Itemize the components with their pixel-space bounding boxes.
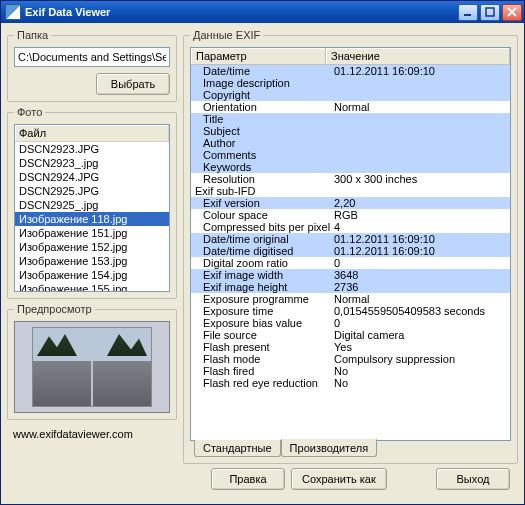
list-item[interactable]: DSCN2925.JPG <box>15 184 169 198</box>
exif-value-cell <box>331 77 510 89</box>
preview-legend: Предпросмотр <box>14 303 95 315</box>
exif-table-header[interactable]: Параметр Значение <box>191 48 510 65</box>
exif-row[interactable]: Keywords <box>191 161 510 173</box>
exif-param-cell: Flash red eye reduction <box>191 377 331 389</box>
exif-row[interactable]: Date/time digitised01.12.2011 16:09:10 <box>191 245 510 257</box>
exif-param-cell: Exposure bias value <box>191 317 331 329</box>
exif-row[interactable]: Colour spaceRGB <box>191 209 510 221</box>
maximize-button[interactable] <box>480 4 500 21</box>
exif-row[interactable]: Date/time01.12.2011 16:09:10 <box>191 65 510 77</box>
exif-param-cell: Colour space <box>191 209 331 221</box>
exif-value-cell: 4 <box>331 221 510 233</box>
exif-row[interactable]: Compressed bits per pixel4 <box>191 221 510 233</box>
tab-standard[interactable]: Стандартные <box>194 440 281 457</box>
exif-param-cell: Date/time <box>191 65 331 77</box>
exif-col-param[interactable]: Параметр <box>191 48 326 64</box>
minimize-button[interactable] <box>458 4 478 21</box>
exit-button[interactable]: Выход <box>436 468 510 490</box>
exif-value-cell: 01.12.2011 16:09:10 <box>331 65 510 77</box>
exif-param-cell: Resolution <box>191 173 331 185</box>
list-item[interactable]: Изображение 155.jpg <box>15 282 169 292</box>
exif-param-cell: Exif image width <box>191 269 331 281</box>
list-item[interactable]: Изображение 153.jpg <box>15 254 169 268</box>
exif-row[interactable]: Exif image height2736 <box>191 281 510 293</box>
exif-row[interactable]: Comments <box>191 149 510 161</box>
file-list-header[interactable]: Файл <box>15 125 169 142</box>
exif-row[interactable]: Copyright <box>191 89 510 101</box>
exif-param-cell: Date/time original <box>191 233 331 245</box>
exif-param-cell: Flash present <box>191 341 331 353</box>
exif-row[interactable]: Image description <box>191 77 510 89</box>
exif-group-row[interactable]: Exif sub-IFD <box>191 185 510 197</box>
exif-row[interactable]: OrientationNormal <box>191 101 510 113</box>
exif-param-cell: Copyright <box>191 89 331 101</box>
photo-group: Фото Файл DSCN2923.JPGDSCN2923_.jpgDSCN2… <box>7 106 177 299</box>
photo-legend: Фото <box>14 106 45 118</box>
close-button[interactable] <box>502 4 522 21</box>
exif-value-cell <box>331 125 510 137</box>
exif-row[interactable]: Digital zoom ratio0 <box>191 257 510 269</box>
exif-row[interactable]: Exposure programmeNormal <box>191 293 510 305</box>
exif-value-cell: 01.12.2011 16:09:10 <box>331 245 510 257</box>
exif-col-value[interactable]: Значение <box>326 48 510 64</box>
list-item[interactable]: DSCN2925_.jpg <box>15 198 169 212</box>
browse-button[interactable]: Выбрать <box>96 73 170 95</box>
list-item[interactable]: DSCN2924.JPG <box>15 170 169 184</box>
list-item[interactable]: DSCN2923.JPG <box>15 142 169 156</box>
folder-path-input[interactable] <box>14 47 170 67</box>
preview-group: Предпросмотр <box>7 303 177 420</box>
list-item[interactable]: DSCN2923_.jpg <box>15 156 169 170</box>
app-icon <box>5 4 21 20</box>
exif-row[interactable]: Flash presentYes <box>191 341 510 353</box>
exif-value-cell: 2736 <box>331 281 510 293</box>
exif-row[interactable]: Flash modeCompulsory suppression <box>191 353 510 365</box>
exif-row[interactable]: Exif image width3648 <box>191 269 510 281</box>
exif-row[interactable]: Author <box>191 137 510 149</box>
exif-param-cell: Comments <box>191 149 331 161</box>
exif-row[interactable]: Subject <box>191 125 510 137</box>
exif-row[interactable]: Date/time original01.12.2011 16:09:10 <box>191 233 510 245</box>
exif-row[interactable]: Flash red eye reductionNo <box>191 377 510 389</box>
file-list[interactable]: Файл DSCN2923.JPGDSCN2923_.jpgDSCN2924.J… <box>14 124 170 292</box>
exif-row[interactable]: File sourceDigital camera <box>191 329 510 341</box>
list-item[interactable]: Изображение 118.jpg <box>15 212 169 226</box>
exif-value-cell <box>331 185 510 197</box>
exif-value-cell: 0 <box>331 257 510 269</box>
exif-row[interactable]: Flash firedNo <box>191 365 510 377</box>
preview-image <box>32 327 152 407</box>
exif-param-cell: Compressed bits per pixel <box>191 221 331 233</box>
list-item[interactable]: Изображение 152.jpg <box>15 240 169 254</box>
exif-value-cell: 0 <box>331 317 510 329</box>
exif-row[interactable]: Resolution300 x 300 inches <box>191 173 510 185</box>
exif-row[interactable]: Exposure time0,0154559505409583 seconds <box>191 305 510 317</box>
edit-button[interactable]: Правка <box>211 468 285 490</box>
exif-param-cell: Exposure programme <box>191 293 331 305</box>
list-item[interactable]: Изображение 154.jpg <box>15 268 169 282</box>
website-link[interactable]: www.exifdataviewer.com <box>13 428 133 440</box>
svg-rect-1 <box>486 8 494 16</box>
exif-value-cell: 0,0154559505409583 seconds <box>331 305 510 317</box>
list-item[interactable]: Изображение 151.jpg <box>15 226 169 240</box>
folder-legend: Папка <box>14 29 51 41</box>
exif-param-cell: Flash mode <box>191 353 331 365</box>
exif-group: Данные EXIF Параметр Значение Date/time0… <box>183 29 518 464</box>
exif-param-cell: Date/time digitised <box>191 245 331 257</box>
exif-param-cell: Exposure time <box>191 305 331 317</box>
exif-param-cell: Keywords <box>191 161 331 173</box>
exif-param-cell: Title <box>191 113 331 125</box>
exif-value-cell <box>331 149 510 161</box>
exif-row[interactable]: Exif version2,20 <box>191 197 510 209</box>
save-as-button[interactable]: Сохранить как <box>291 468 387 490</box>
titlebar: Exif Data Viewer <box>1 1 524 23</box>
exif-value-cell: No <box>331 377 510 389</box>
exif-value-cell <box>331 113 510 125</box>
exif-row[interactable]: Exposure bias value0 <box>191 317 510 329</box>
exif-value-cell: Compulsory suppression <box>331 353 510 365</box>
exif-param-cell: File source <box>191 329 331 341</box>
exif-value-cell <box>331 89 510 101</box>
exif-param-cell: Flash fired <box>191 365 331 377</box>
tab-manufacturer[interactable]: Производителя <box>281 439 378 457</box>
exif-row[interactable]: Title <box>191 113 510 125</box>
exif-rows-scroll[interactable]: Date/time01.12.2011 16:09:10Image descri… <box>191 65 510 440</box>
exif-value-cell: RGB <box>331 209 510 221</box>
